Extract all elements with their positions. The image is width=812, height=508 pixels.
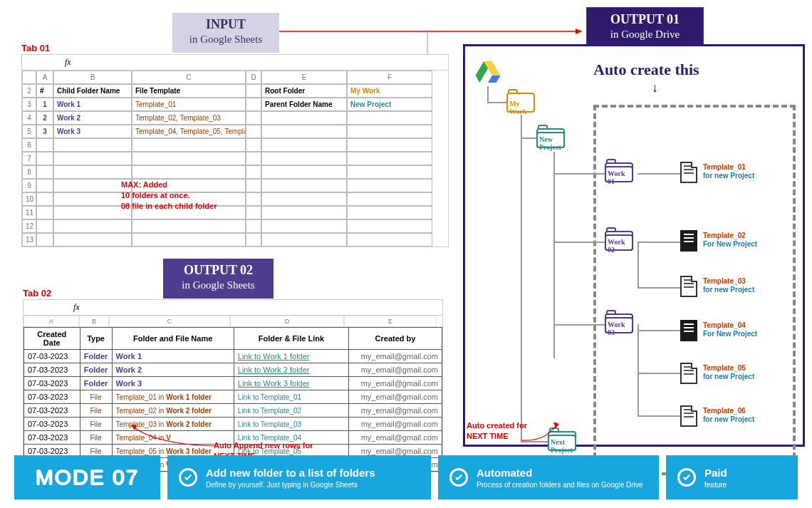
output1-title-box: OUTPUT 01 in Google Drive <box>586 7 704 48</box>
check-icon <box>677 468 696 487</box>
tab01-label: Tab 01 <box>21 43 50 53</box>
check-icon <box>179 468 197 487</box>
folder-icon: Next Project <box>548 427 579 453</box>
feat1-s: Define by yourself. Just typing in Googl… <box>206 481 375 489</box>
output1-title: OUTPUT 01 <box>600 12 690 27</box>
file-icon <box>680 230 700 254</box>
fx-bar-2[interactable]: fx <box>24 300 442 316</box>
check-icon <box>449 468 468 487</box>
file-icon <box>680 162 700 186</box>
note-max-l3: 08 file in each child folder <box>121 201 217 212</box>
mode-badge: MODE 07 <box>14 455 160 499</box>
file-icon <box>680 405 700 430</box>
feature-2: AutomatedProcess of creation folders and… <box>438 455 659 499</box>
file-icon <box>680 320 700 344</box>
feat1-h: Add new folder to a list of folders <box>206 467 375 479</box>
drive-panel: Auto create this ↓ My WorkNew ProjectWor… <box>463 44 805 447</box>
fx-bar[interactable]: fx <box>22 55 448 71</box>
footer-bar: MODE 07 Add new folder to a list of fold… <box>14 455 798 499</box>
note-next-l2: NEXT TIME <box>467 431 527 442</box>
file-icon <box>680 276 700 300</box>
feat2-h: Automated <box>477 467 642 479</box>
note-max: MAX: Added 10 folders at once. 08 file i… <box>121 180 217 212</box>
feat3-s: feature <box>704 481 727 489</box>
input-title: INPUT <box>185 17 266 32</box>
note-next: Auto created for NEXT TIME <box>467 420 527 442</box>
input-title-box: INPUT in Google Sheets <box>172 13 279 53</box>
note-append-l1: Auto Append new rows for <box>214 440 313 451</box>
note-max-l1: MAX: Added <box>121 180 217 190</box>
input-subtitle: in Google Sheets <box>185 33 266 46</box>
output2-title-box: OUTPUT 02 in Google Sheets <box>163 259 274 299</box>
sheet1: fx ABCDEF2#Child Folder NameFile Templat… <box>21 54 449 247</box>
feat3-h: Paid <box>704 467 727 479</box>
note-max-l2: 10 folders at once. <box>121 190 217 201</box>
note-next-l1: Auto created for <box>467 420 527 431</box>
feature-1: Add new folder to a list of foldersDefin… <box>167 455 431 499</box>
auto-create-title: Auto create this <box>593 61 699 79</box>
file-icon <box>680 363 700 387</box>
folder-icon: Work 01 <box>605 159 636 185</box>
feat2-s: Process of creation folders and files on… <box>477 481 642 489</box>
down-arrow-icon: ↓ <box>652 81 658 95</box>
output1-subtitle: in Google Drive <box>600 28 690 41</box>
folder-icon: My Work <box>506 89 538 115</box>
folder-icon: New Project <box>536 125 568 150</box>
output2-subtitle: in Google Sheets <box>176 279 261 291</box>
google-drive-icon <box>474 59 502 85</box>
tab02-label: Tab 02 <box>23 288 51 299</box>
folder-icon: Work 02 <box>605 227 636 253</box>
output2-title: OUTPUT 02 <box>176 263 261 278</box>
feature-3: Paidfeature <box>666 455 798 499</box>
folder-icon: Work 03 <box>605 310 636 336</box>
